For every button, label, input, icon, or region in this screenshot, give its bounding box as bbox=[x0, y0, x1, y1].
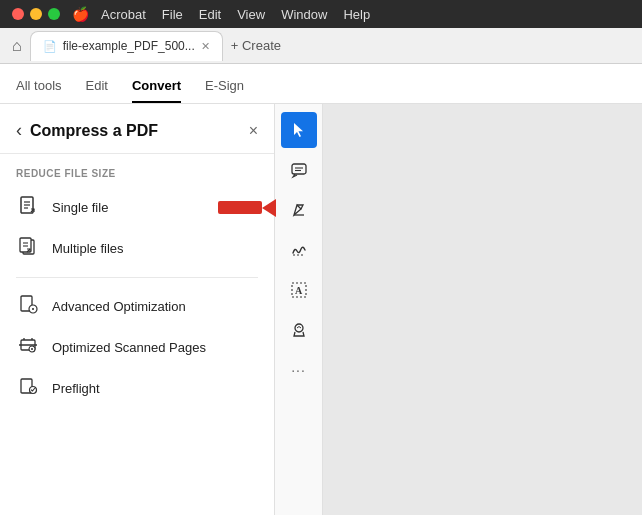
menu-file[interactable]: File bbox=[162, 7, 183, 22]
optimized-scanned-label: Optimized Scanned Pages bbox=[52, 340, 206, 355]
svg-point-24 bbox=[295, 324, 303, 332]
tab-close-button[interactable]: ✕ bbox=[201, 40, 210, 53]
nav-edit[interactable]: Edit bbox=[86, 78, 108, 103]
nav-convert[interactable]: Convert bbox=[132, 78, 181, 103]
pen-tool[interactable] bbox=[281, 192, 317, 228]
minimize-window-button[interactable] bbox=[30, 8, 42, 20]
menu-help[interactable]: Help bbox=[343, 7, 370, 22]
app-menu-items: Acrobat File Edit View Window Help bbox=[101, 7, 370, 22]
advanced-optimization-label: Advanced Optimization bbox=[52, 299, 186, 314]
divider bbox=[16, 277, 258, 278]
maximize-window-button[interactable] bbox=[48, 8, 60, 20]
toolbar-panel: A ··· bbox=[275, 104, 323, 515]
title-bar: 🍎 Acrobat File Edit View Window Help bbox=[0, 0, 642, 28]
preflight-label: Preflight bbox=[52, 381, 100, 396]
more-tools[interactable]: ··· bbox=[281, 352, 317, 388]
text-tool[interactable]: A bbox=[281, 272, 317, 308]
multiple-files-label: Multiple files bbox=[52, 241, 124, 256]
multiple-files-option[interactable]: Multiple files bbox=[0, 228, 274, 269]
signature-tool[interactable] bbox=[281, 232, 317, 268]
tab-bar: ⌂ 📄 file-example_PDF_500... ✕ + Create bbox=[0, 28, 642, 64]
advanced-icon bbox=[16, 294, 40, 319]
arrow-indicator bbox=[218, 199, 276, 217]
panel-header: ‹ Compress a PDF × bbox=[0, 104, 274, 154]
menu-acrobat[interactable]: Acrobat bbox=[101, 7, 146, 22]
browser-tab[interactable]: 📄 file-example_PDF_500... ✕ bbox=[30, 31, 223, 61]
nav-all-tools[interactable]: All tools bbox=[16, 78, 62, 103]
svg-rect-17 bbox=[292, 164, 306, 174]
content-area bbox=[323, 104, 642, 515]
nav-bar: All tools Edit Convert E-Sign bbox=[0, 64, 642, 104]
main-content: ‹ Compress a PDF × REDUCE FILE SIZE Sing… bbox=[0, 104, 642, 515]
new-tab-button[interactable]: + Create bbox=[231, 38, 281, 53]
svg-text:A: A bbox=[295, 285, 303, 296]
scan-icon bbox=[16, 335, 40, 360]
home-icon[interactable]: ⌂ bbox=[12, 37, 22, 55]
optimized-scanned-option[interactable]: Optimized Scanned Pages bbox=[0, 327, 274, 368]
comment-tool[interactable] bbox=[281, 152, 317, 188]
more-icon: ··· bbox=[291, 362, 306, 378]
traffic-lights bbox=[12, 8, 60, 20]
menu-window[interactable]: Window bbox=[281, 7, 327, 22]
tab-title: file-example_PDF_500... bbox=[63, 39, 195, 53]
menu-view[interactable]: View bbox=[237, 7, 265, 22]
back-button[interactable]: ‹ bbox=[16, 120, 22, 141]
apple-menu[interactable]: 🍎 bbox=[72, 6, 89, 22]
stamp-tool[interactable] bbox=[281, 312, 317, 348]
single-file-option[interactable]: Single file bbox=[0, 187, 274, 228]
panel-close-button[interactable]: × bbox=[249, 122, 258, 140]
close-window-button[interactable] bbox=[12, 8, 24, 20]
sidebar-panel: ‹ Compress a PDF × REDUCE FILE SIZE Sing… bbox=[0, 104, 275, 515]
compress-icon bbox=[16, 195, 40, 220]
compress-multi-icon bbox=[16, 236, 40, 261]
preflight-icon bbox=[16, 376, 40, 401]
menu-bar: 🍎 Acrobat File Edit View Window Help bbox=[72, 6, 630, 22]
advanced-optimization-option[interactable]: Advanced Optimization bbox=[0, 286, 274, 327]
single-file-label: Single file bbox=[52, 200, 108, 215]
panel-title: Compress a PDF bbox=[30, 122, 241, 140]
tab-favicon: 📄 bbox=[43, 40, 57, 53]
menu-edit[interactable]: Edit bbox=[199, 7, 221, 22]
nav-esign[interactable]: E-Sign bbox=[205, 78, 244, 103]
cursor-tool[interactable] bbox=[281, 112, 317, 148]
section-label: REDUCE FILE SIZE bbox=[0, 154, 274, 187]
preflight-option[interactable]: Preflight bbox=[0, 368, 274, 409]
